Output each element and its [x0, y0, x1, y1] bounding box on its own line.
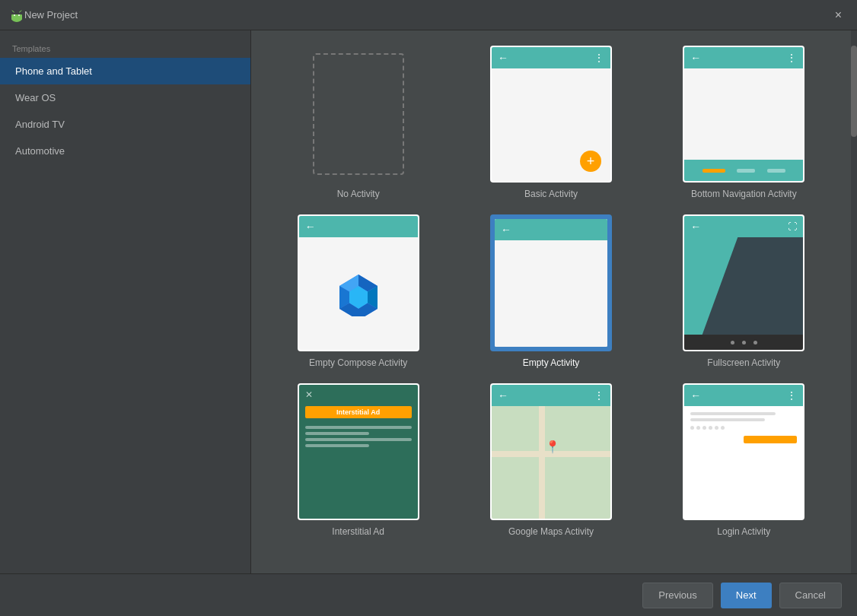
basic-activity-label: Basic Activity [524, 189, 578, 199]
login-dots [690, 426, 797, 430]
bottom-navigation-preview: ← ⋮ [683, 46, 804, 183]
google-maps-label: Google Maps Activity [508, 526, 594, 537]
main-layout: Templates Phone and Tablet Wear OS Andro… [0, 30, 857, 573]
fullscreen-diagonal [684, 237, 803, 335]
map-road-vertical [539, 406, 545, 519]
empty-compose-label: Empty Compose Activity [309, 357, 407, 368]
window-title: New Project [24, 9, 829, 21]
login-action-btn [744, 436, 797, 443]
fullscreen-preview: ← ⛶ [683, 214, 804, 351]
interstitial-x-icon: ✕ [305, 389, 313, 400]
template-no-activity[interactable]: No Activity [269, 46, 447, 199]
template-interstitial-ad[interactable]: ✕ Interstitial Ad Interstitial Ad [269, 383, 447, 537]
previous-button[interactable]: Previous [642, 583, 713, 608]
template-fullscreen[interactable]: ← ⛶ Fullscreen Activity [655, 214, 833, 368]
scrollbar-track[interactable] [851, 30, 857, 573]
empty-activity-preview: ← [490, 214, 612, 351]
topbar-arrow-icon6: ← [498, 389, 508, 402]
topbar-dots-icon: ⋮ [594, 52, 604, 64]
sidebar: Templates Phone and Tablet Wear OS Andro… [0, 30, 251, 573]
interstitial-ad-badge: Interstitial Ad [305, 406, 412, 418]
close-button[interactable]: × [829, 5, 848, 25]
no-activity-preview [298, 46, 419, 183]
android-icon [9, 8, 24, 23]
basic-activity-preview: ← ⋮ + [490, 46, 612, 183]
bottom-bar: Previous Next Cancel [0, 573, 857, 616]
fullscreen-bottom-bar [684, 335, 803, 350]
bottom-navigation-label: Bottom Navigation Activity [691, 189, 797, 199]
topbar-dots-icon2: ⋮ [786, 52, 797, 64]
empty-activity-label: Empty Activity [523, 357, 580, 368]
empty-compose-preview: ← [298, 214, 419, 351]
sidebar-item-phone-tablet[interactable]: Phone and Tablet [0, 58, 250, 84]
login-preview: ← ⋮ [683, 383, 804, 520]
topbar-arrow-icon3: ← [305, 221, 316, 233]
map-pin-icon: 📍 [545, 440, 560, 454]
interstitial-label: Interstitial Ad [332, 526, 384, 537]
title-bar: New Project × [0, 0, 857, 30]
no-activity-dashed [313, 53, 404, 175]
topbar-arrow-icon5: ← [690, 221, 701, 233]
template-basic-activity[interactable]: ← ⋮ + Basic Activity [462, 46, 639, 199]
svg-point-2 [14, 14, 15, 16]
svg-line-4 [12, 11, 14, 12]
sidebar-item-wear-os[interactable]: Wear OS [0, 84, 250, 111]
bottom-teal-bar [684, 160, 803, 181]
sidebar-item-android-tv[interactable]: Android TV [0, 111, 250, 138]
topbar-dots-icon7: ⋮ [786, 389, 797, 402]
template-login[interactable]: ← ⋮ [655, 383, 833, 537]
template-google-maps[interactable]: ← ⋮ 📍 Google Maps Activity [462, 383, 639, 537]
template-empty-activity[interactable]: ← Empty Activity [462, 214, 639, 368]
sidebar-item-automotive[interactable]: Automotive [0, 138, 250, 164]
google-maps-preview: ← ⋮ 📍 [490, 383, 612, 520]
svg-point-3 [18, 14, 20, 16]
topbar-arrow-icon4: ← [501, 224, 511, 236]
content-area: No Activity ← ⋮ + Basic Activity [251, 30, 851, 573]
login-line2 [690, 418, 765, 421]
next-button[interactable]: Next [721, 583, 772, 608]
sidebar-section-label: Templates [0, 38, 250, 58]
interstitial-lines [305, 426, 412, 447]
svg-rect-1 [11, 14, 22, 20]
compose-icon [336, 271, 381, 316]
topbar-arrow-icon2: ← [690, 52, 701, 64]
fab-button: + [580, 151, 601, 172]
topbar-arrow-icon7: ← [690, 389, 701, 402]
login-label: Login Activity [717, 526, 770, 537]
fullscreen-label: Fullscreen Activity [707, 357, 780, 368]
cancel-button[interactable]: Cancel [779, 583, 842, 608]
fullscreen-expand-icon: ⛶ [788, 221, 797, 232]
scrollbar-thumb[interactable] [851, 46, 857, 137]
svg-line-5 [20, 11, 22, 12]
topbar-arrow-icon: ← [498, 52, 508, 64]
template-grid: No Activity ← ⋮ + Basic Activity [269, 46, 833, 537]
topbar-dots-icon6: ⋮ [594, 389, 604, 402]
template-empty-compose[interactable]: ← [269, 214, 447, 368]
interstitial-preview: ✕ Interstitial Ad [298, 383, 419, 520]
no-activity-label: No Activity [337, 189, 380, 199]
login-line1 [690, 412, 776, 415]
template-bottom-navigation[interactable]: ← ⋮ Bottom Navigation Activity [655, 46, 833, 199]
